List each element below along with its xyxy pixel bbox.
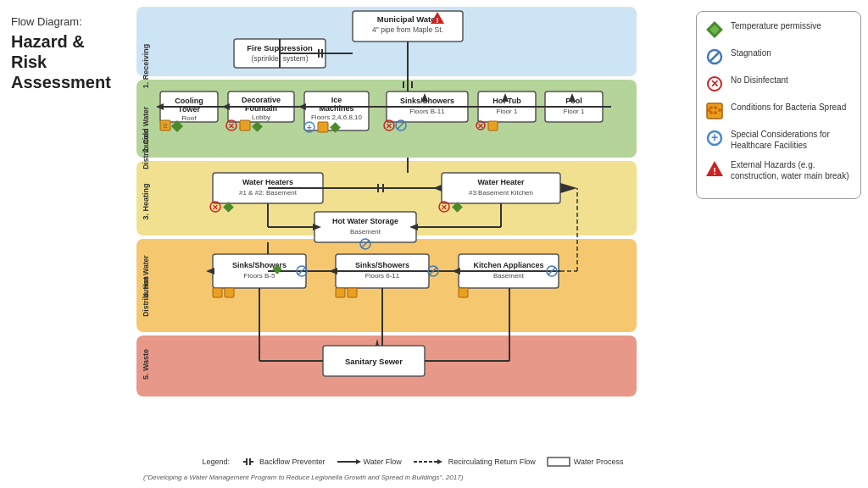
plus-text-ice: + [307, 123, 312, 132]
legend-area: Temperature permissive Stagnation ✕ No D… [696, 11, 861, 199]
legend-recirc: Recirculating Return Flow [412, 456, 536, 468]
svg-point-19 [714, 111, 717, 114]
svg-point-18 [709, 111, 713, 114]
main-container: Flow Diagram: Hazard &Risk Assessment 1.… [0, 0, 868, 488]
legend-nodisinfect-text: No Disinfectant [731, 75, 788, 86]
svg-marker-7 [437, 459, 442, 464]
legend-external-text: External Hazards (e.g. construction, wat… [731, 159, 852, 181]
water-heater3-title: Water Heater [477, 178, 525, 186]
x-text-sinks-cold: ✕ [386, 122, 392, 130]
sinks-showers-cold-sub: Floors B-11 [409, 108, 445, 115]
bacteria-611-1 [336, 288, 345, 297]
svg-rect-8 [548, 458, 570, 466]
cooling-tower-sub: Roof [182, 114, 198, 122]
diagram-area: 1. Receiving 2. Cold Water Distribution … [136, 7, 689, 481]
svg-line-12 [710, 53, 719, 61]
svg-marker-5 [356, 459, 361, 464]
svg-point-16 [709, 106, 713, 109]
legend-healthcare-text: Special Considerations for Healthcare Fa… [731, 129, 852, 151]
municipal-water-sub: 4" pipe from Maple St. [372, 25, 443, 34]
bacteria-icon-hottub [488, 121, 498, 130]
ice-machines-title2: Machines [319, 104, 353, 113]
legend-bacteria-icon [705, 102, 724, 120]
ice-machines-sub: Floors 2,4,6,8,10 [311, 114, 363, 121]
bacteria-611-2 [348, 288, 357, 297]
water-process-label: Water Process [574, 458, 624, 466]
bottom-legend: Legend: Backflow Preventer Water Flow Re… [136, 454, 689, 469]
legend-stag-text: Stagnation [731, 47, 771, 58]
municipal-water-title: Municipal Water [377, 14, 439, 24]
municipal-warning-text: ! [437, 16, 439, 25]
sinks-611-sub: Floors 6-11 [365, 272, 400, 280]
legend-external-icon: ! [705, 159, 724, 178]
x-text-fountain: ✕ [228, 122, 235, 130]
zone-heating-label: 3. Heating [142, 183, 150, 219]
title-area: Flow Diagram: Hazard &Risk Assessment [7, 7, 130, 481]
legend-water-process: Water Process [546, 456, 624, 468]
kitchen-sub: Basement [493, 272, 525, 280]
x-text-hottub: ✕ [477, 122, 484, 130]
svg-text:+: + [711, 130, 718, 144]
water-heaters-sub: #1 & #2: Basement [239, 189, 298, 197]
legend-bacteria: Conditions for Bacteria Spread [705, 102, 852, 120]
legend-nodisinfect-icon: ✕ [705, 75, 724, 93]
legend-temp: Temperature permissive [705, 20, 852, 39]
backflow-label: Backflow Preventer [259, 458, 326, 466]
sinks-611-title: Sinks/Showers [355, 261, 409, 269]
citation-text: ("Developing a Water Management Program … [136, 474, 689, 481]
hot-tub-sub: Floor 1 [497, 108, 518, 115]
svg-point-17 [714, 106, 717, 109]
flow-diagram-label: Flow Diagram: [11, 15, 125, 28]
legend-stag-icon [705, 47, 724, 66]
legend-waterflow: Water Flow [336, 456, 402, 468]
legend-bacteria-text: Conditions for Bacteria Spread [731, 102, 846, 113]
zones-wrapper: 1. Receiving 2. Cold Water Distribution … [136, 7, 689, 452]
zone-waste-label: 5. Waste [142, 349, 150, 380]
dec-fountain-title2: Fountain [245, 104, 277, 113]
legend-healthcare-icon: + [705, 129, 724, 147]
dec-fountain-title: Decorative [242, 96, 281, 104]
hot-storage-title: Hot Water Storage [332, 217, 398, 225]
legend-temp-icon [705, 20, 724, 39]
svg-point-20 [718, 108, 721, 112]
sanitary-sewer-title: Sanitary Sewer [345, 357, 403, 366]
cooling-tower-title: Cooling [175, 97, 203, 105]
legend-nodisinfect: ✕ No Disinfectant [705, 75, 852, 93]
ice-machines-title: Ice [331, 96, 342, 104]
water-heaters-title: Water Heaters [242, 178, 293, 186]
legend-temp-text: Temperature permissive [731, 20, 821, 31]
water-heater3-sub: #3:Basement Kitchen [469, 189, 533, 197]
dec-fountain-sub: Lobby [252, 114, 270, 121]
legend-backflow: Backflow Preventer [240, 456, 326, 468]
x-text-wh: ✕ [212, 203, 219, 212]
bacteria-dots-cooling: ⠿ [163, 123, 168, 130]
bacteria-icon-fountain [240, 120, 250, 130]
flow-diagram-svg: 1. Receiving 2. Cold Water Distribution … [136, 7, 637, 422]
svg-text:✕: ✕ [710, 78, 719, 90]
kitchen-title: Kitchen Appliances [473, 261, 543, 269]
bacteria-b5-2 [225, 288, 234, 297]
bacteria-icon-ice [318, 122, 328, 132]
legend-label: Legend: [203, 458, 231, 466]
svg-text:!: ! [713, 166, 716, 176]
legend-healthcare: + Special Considerations for Healthcare … [705, 129, 852, 151]
legend-external: ! External Hazards (e.g. construction, w… [705, 159, 852, 181]
pool-sub: Floor 1 [564, 108, 585, 115]
legend-stag: Stagnation [705, 47, 852, 66]
svg-point-21 [707, 108, 710, 112]
sinks-b5-sub: Floors B-5 [244, 272, 275, 280]
recirc-label: Recirculating Return Flow [448, 458, 536, 466]
x-text-wh3: ✕ [441, 203, 448, 212]
main-title: Hazard &Risk Assessment [11, 31, 125, 92]
bacteria-b5-1 [213, 288, 222, 297]
waterflow-label: Water Flow [364, 458, 402, 466]
bacteria-kitchen [459, 288, 468, 297]
zone-receiving-label: 1. Receiving [142, 44, 150, 89]
hot-storage-sub: Basement [350, 228, 381, 236]
zone-hot-label2: Distribution [142, 276, 150, 317]
zone-cold-label2: Distribution [142, 129, 150, 169]
